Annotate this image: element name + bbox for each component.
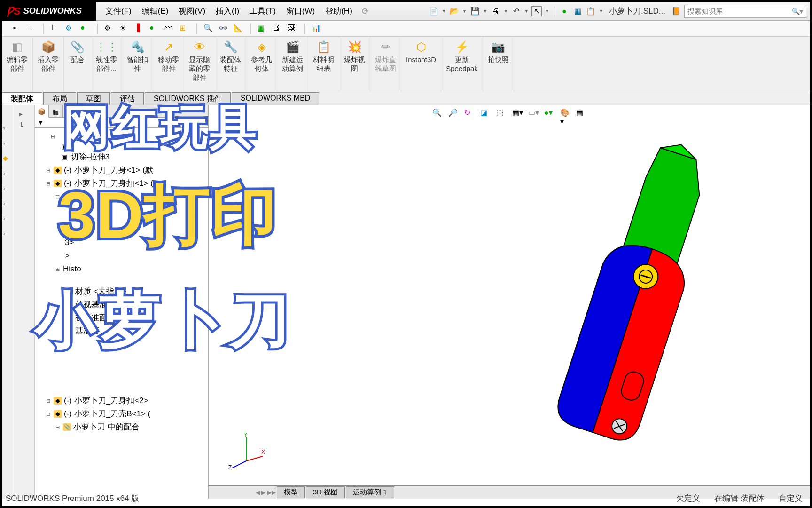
edit-component-button[interactable]: ◧编辑零 部件 [2,37,33,92]
tab-assembly[interactable]: 装配体 [2,92,42,105]
tool-icon[interactable]: ▫ [3,139,11,148]
reference-geom-button[interactable]: ◈参考几 何体 [246,37,277,92]
zoom-fit-icon[interactable]: 🔍 [432,108,443,119]
tool-icon[interactable]: ▫ [3,214,11,223]
tool-icon[interactable]: ▫ [3,169,11,178]
tool-icon[interactable]: ▫ [3,230,11,238]
expand-icon[interactable]: ⊟ [46,407,52,421]
scene-icon[interactable]: 🎨▾ [560,108,570,119]
mate-button[interactable]: 📎配合 [64,37,91,92]
tree-tab[interactable]: ▦ [49,105,63,118]
expand-icon[interactable]: ⊞ [55,262,61,276]
zoom-icon[interactable]: 🔍 [203,24,214,34]
move-component-button[interactable]: ↗移动零 部件 [153,37,184,92]
filename[interactable]: 小萝卜刀.SLD... [609,6,665,16]
view-orient-icon[interactable]: ⬚ [496,108,507,119]
separator [554,6,554,16]
overlay-title-2: 3D打印 [58,171,278,261]
menu-window[interactable]: 窗口(W) [281,4,320,18]
sphere-icon[interactable]: ● [80,24,91,34]
save-icon[interactable]: 💾 [470,6,480,16]
chevron-down-icon[interactable]: ▼ [599,8,603,14]
tool-icon[interactable]: ┗ [19,122,28,131]
instant3d-button[interactable]: ⬡Instant3D [401,37,441,92]
excel-icon[interactable]: ▦ [258,24,268,34]
search-box[interactable]: 🔍▾ [684,5,806,18]
chevron-down-icon[interactable]: ▼ [442,8,446,14]
show-hide-button[interactable]: 👁显示隐 藏的零 部件 [184,37,215,92]
rebuild-icon[interactable]: ● [559,6,570,16]
hide-show-icon[interactable]: ▭▾ [528,108,539,119]
image-icon[interactable]: 🖼 [288,24,298,34]
search-input[interactable] [687,7,792,15]
options-icon[interactable]: ▦ [572,6,583,16]
menu-edit[interactable]: 编辑(E) [137,4,173,18]
select-icon[interactable]: ↖ [531,6,542,16]
gear-icon[interactable]: ⚙ [65,24,76,34]
rotate-icon[interactable]: ↻ [464,108,475,119]
exploded-view-button[interactable]: 💥爆炸视 图 [339,37,370,92]
flag-icon[interactable]: ▐ [134,24,145,34]
display-icon[interactable]: 🖥 [50,24,61,34]
wave-icon[interactable]: 〰 [164,24,175,34]
tree-item[interactable]: Histo [63,262,81,276]
linear-pattern-button[interactable]: ⋮⋮线性零 部件... [91,37,122,92]
refresh-icon[interactable]: ⟳ [362,6,369,16]
viewport[interactable]: 🔍 🔎 ↻ ◪ ⬚ ▦▾ ▭▾ ●▾ 🎨▾ ▦ [209,105,810,499]
expand-icon[interactable]: ⊟ [55,421,61,434]
measure-icon[interactable]: 📐 [234,24,244,34]
exploded-sketch-button[interactable]: ✏爆炸直 线草图 [370,37,401,92]
grid-icon[interactable]: ⊞ [180,24,190,34]
undo-icon[interactable]: ↶ [511,6,521,16]
search-icon[interactable]: 🔍▾ [792,8,803,15]
render-icon[interactable]: ▦ [576,108,586,119]
tool-icon[interactable]: ◆ [3,154,11,163]
chart-icon[interactable]: 📊 [312,24,322,34]
chevron-down-icon[interactable]: ▼ [483,8,488,14]
display-style-icon[interactable]: ▦▾ [512,108,523,119]
speedpak-button[interactable]: ⚡更新 Speedpak [441,37,483,92]
expand-icon[interactable]: ⊞ [46,164,52,177]
new-icon[interactable]: 📄 [429,6,439,16]
expand-icon[interactable]: ⊞ [46,394,52,407]
tool-icon[interactable]: ▫ [3,124,11,133]
chevron-down-icon[interactable]: ▼ [503,8,508,14]
chevron-down-icon[interactable]: ▼ [462,8,467,14]
snapshot-button[interactable]: 📷拍快照 [483,37,514,92]
expand-icon[interactable]: ⊟ [46,177,52,190]
book-icon[interactable]: 📙 [671,6,681,16]
section-icon[interactable]: ◪ [480,108,491,119]
insert-component-button[interactable]: 📦插入零 部件 [33,37,64,92]
link-icon[interactable]: ⚭ [11,24,22,34]
expand-icon[interactable]: ⊞ [51,130,56,143]
chevron-down-icon[interactable]: ▼ [545,8,549,14]
menu-help[interactable]: 帮助(H) [320,4,357,18]
assembly-feature-button[interactable]: 🔧装配体 特征 [215,37,246,92]
motion-study-button[interactable]: 🎬新建运 动算例 [277,37,308,92]
tree-item[interactable]: (-) 小萝卜刀_刀壳B<1> ( [64,407,150,421]
chevron-down-icon[interactable]: ▼ [524,8,529,14]
menu-insert[interactable]: 插入(I) [211,4,244,18]
zoom-area-icon[interactable]: 🔎 [448,108,459,119]
tool-icon[interactable]: ▫ [3,199,11,208]
doc-icon[interactable]: 📋 [586,6,596,16]
tool-icon[interactable]: ▸ [19,110,28,119]
menu-file[interactable]: 文件(F) [101,4,136,18]
angle-icon[interactable]: ∟ [26,24,37,34]
menu-view[interactable]: 视图(V) [174,4,210,18]
tree-tab[interactable]: 📦 [35,105,49,118]
smart-fastener-button[interactable]: 🔩智能扣 件 [122,37,153,92]
open-icon[interactable]: 📂 [449,6,460,16]
appearance-icon[interactable]: ●▾ [544,108,554,119]
print2-icon[interactable]: 🖨 [273,24,283,34]
circle-icon[interactable]: ● [149,24,160,34]
bom-button[interactable]: 📋材料明 细表 [308,37,339,92]
tool-icon[interactable]: ▫ [3,184,11,193]
print-icon[interactable]: 🖨 [490,6,500,16]
sun-icon[interactable]: ☀ [119,24,130,34]
menu-tools[interactable]: 工具(T) [245,4,281,18]
settings-icon[interactable]: ⚙ [104,24,115,34]
tree-item[interactable]: (-) 小萝卜刀_刀身扣<2> [64,394,148,407]
tree-item[interactable]: 小萝卜刀 中的配合 [73,421,140,434]
glasses-icon[interactable]: 👓 [219,24,229,34]
